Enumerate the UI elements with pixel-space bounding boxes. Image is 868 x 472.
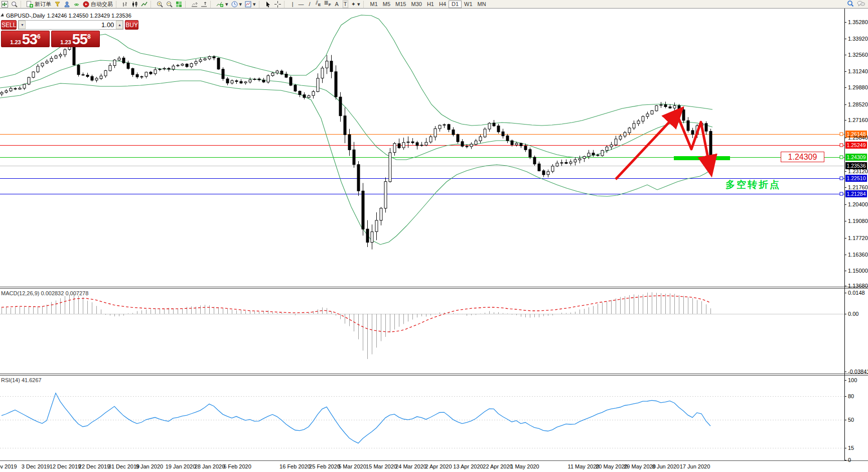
one-click-trade-panel: SELL ▼ ▲ BUY 1.23 53 6 1.23 55 8 [1,20,100,47]
support-zone [674,156,730,160]
svg-text:1.21284: 1.21284 [847,191,866,197]
zoom-out-button[interactable] [165,1,174,8]
svg-text:29 May 2020: 29 May 2020 [624,463,656,469]
bid-prefix: 1.23 [10,38,21,46]
line-chart-mode-icon[interactable] [139,1,149,8]
svg-text:24 Mar 2020: 24 Mar 2020 [395,463,426,469]
ask-quote-box[interactable]: 1.23 55 8 [51,31,100,47]
styler-icon[interactable] [53,1,62,8]
signals-icon[interactable] [72,1,81,8]
text-tool[interactable]: A [333,1,341,8]
text-label-tool[interactable]: T [341,1,350,8]
svg-text:22 Apr 2020: 22 Apr 2020 [483,463,512,469]
support-price-tag[interactable]: 1.24309 [781,152,824,162]
svg-text:1.31240: 1.31240 [848,68,868,74]
candles [1,43,712,250]
svg-text:1.20400: 1.20400 [848,201,868,207]
new-order-label: 新订单 [35,1,51,8]
svg-text:22 Dec 2019: 22 Dec 2019 [79,463,110,469]
tf-h1[interactable]: H1 [424,1,437,8]
svg-text:17 Jun 2020: 17 Jun 2020 [680,463,710,469]
separator [210,1,213,8]
svg-text:80: 80 [848,393,854,399]
tf-mn[interactable]: MN [475,1,489,8]
separator [259,1,262,8]
svg-text:1.25249: 1.25249 [847,142,866,148]
search-icon[interactable] [847,0,854,8]
tile-windows-icon[interactable] [174,1,184,8]
hline-handle [840,156,843,159]
chart-preview-button[interactable] [10,1,19,8]
svg-text:1.23120: 1.23120 [848,168,868,174]
svg-text:16 Feb 2020: 16 Feb 2020 [279,463,311,469]
rsi-indicator-label: RSI(14) 41.6267 [1,377,42,383]
svg-text:Nov 2019: Nov 2019 [0,463,17,469]
volume-up-button[interactable]: ▲ [116,21,123,29]
svg-text:1.16360: 1.16360 [848,252,868,258]
periods-button[interactable]: ▾ [230,1,244,8]
new-chart-button[interactable] [0,1,10,8]
ask-pip: 8 [87,34,91,39]
buy-button[interactable]: BUY [125,20,138,30]
trendline-tool[interactable]: / [306,1,314,8]
sell-button[interactable]: SELL [1,20,17,30]
market-watch-icon[interactable] [62,1,72,8]
templates-button[interactable]: ▾ [243,1,257,8]
macd-signal-line [2,296,711,332]
separator [284,1,287,8]
vertical-line-tool[interactable]: | [288,1,297,8]
bid-quote-box[interactable]: 1.23 53 6 [1,31,50,47]
tf-m5[interactable]: M5 [380,1,393,8]
ohlc-values: 1.24246 1.24550 1.23429 1.23536 [47,13,131,19]
fibonacci-tool[interactable]: ≣F [323,1,333,8]
volume-input[interactable] [26,21,116,29]
tf-m30[interactable]: M30 [408,1,424,8]
arrows-tool[interactable]: ✦ ▾ [350,1,362,8]
tf-d1[interactable]: D1 [449,1,462,8]
hline-handle [840,192,843,195]
chat-icon[interactable] [857,1,865,8]
separator [185,1,188,8]
turning-point-annotation[interactable]: 多空转折点 [726,178,781,191]
bid-pip: 6 [37,34,41,39]
trend-arrow-up [616,113,677,179]
svg-text:5 Mar 2020: 5 Mar 2020 [338,463,366,469]
svg-text:28 Jan 2020: 28 Jan 2020 [195,463,225,469]
hline-handle [840,177,843,180]
volume-down-button[interactable]: ▼ [19,21,26,29]
svg-text:0: 0 [848,457,851,463]
svg-text:6 Feb 2020: 6 Feb 2020 [223,463,251,469]
macd-indicator-label: MACD(12,26,9) 0.002832 0.007278 [1,290,88,296]
indicators-button[interactable]: ▾ [215,1,230,8]
crosshair-tool-button[interactable] [273,1,282,8]
chart-canvas[interactable]: 1.352801.339201.325601.312401.298801.285… [0,0,868,472]
svg-text:1.26148: 1.26148 [847,131,866,137]
auto-scroll-icon[interactable] [190,1,199,8]
tf-m1[interactable]: M1 [368,1,380,8]
candle-chart-mode-icon[interactable] [130,1,139,8]
ask-main: 55 [72,32,87,46]
new-order-button[interactable]: 新订单 [25,1,53,8]
svg-text:1.15000: 1.15000 [848,268,868,274]
svg-text:1.35280: 1.35280 [848,19,868,25]
svg-text:1.27160: 1.27160 [848,117,868,123]
svg-text:31 Dec 2019: 31 Dec 2019 [108,463,139,469]
channel-tool[interactable]: ⫽E [314,1,323,8]
svg-text:2 Apr 2020: 2 Apr 2020 [425,463,452,469]
zoom-in-button[interactable] [155,1,165,8]
svg-text:1.23536: 1.23536 [847,163,866,169]
autotrading-button[interactable]: 自动交易 [81,1,114,8]
svg-text:-0.038415: -0.038415 [848,369,868,375]
svg-text:8 Jun 2020: 8 Jun 2020 [652,463,679,469]
ask-prefix: 1.23 [60,38,71,46]
tf-w1[interactable]: W1 [462,1,475,8]
horizontal-line-tool[interactable]: — [297,1,306,8]
cursor-tool-button[interactable] [263,1,273,8]
svg-text:20 May 2020: 20 May 2020 [596,463,628,469]
svg-text:25 Feb 2020: 25 Feb 2020 [309,463,340,469]
chart-shift-icon[interactable] [199,1,209,8]
tf-m15[interactable]: M15 [393,1,408,8]
svg-text:3 Dec 2019: 3 Dec 2019 [22,463,50,469]
bar-chart-mode-icon[interactable] [120,1,130,8]
tf-h4[interactable]: H4 [437,1,449,8]
